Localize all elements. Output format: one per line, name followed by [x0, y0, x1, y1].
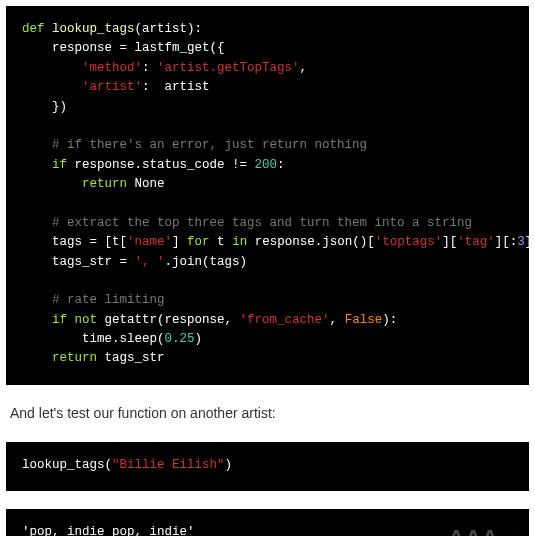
t: ][:: [495, 235, 518, 249]
t: ', ': [135, 255, 165, 269]
t: response.json()[: [247, 235, 375, 249]
t: getattr(response,: [97, 313, 240, 327]
t: [247, 158, 255, 172]
keyword-for: for: [187, 235, 210, 249]
keyword-not: not: [75, 313, 98, 327]
arg-string: "Billie Eilish": [112, 458, 225, 472]
t: :: [277, 158, 285, 172]
comment: # if there's an error, just return nothi…: [52, 138, 367, 152]
t: =: [90, 235, 98, 249]
t: 'name': [127, 235, 172, 249]
t: 'tag': [457, 235, 495, 249]
t: response: [52, 41, 120, 55]
func-name: lookup_tags: [52, 22, 135, 36]
number: 200: [255, 158, 278, 172]
code-block-lookup-tags: def lookup_tags(artist): response = last…: [6, 6, 529, 385]
t: 'toptags': [375, 235, 443, 249]
t: ]]: [525, 235, 529, 249]
func-call: lookup_tags: [22, 458, 105, 472]
keyword-return: return: [82, 177, 127, 191]
output-text: 'pop, indie pop, indie': [22, 525, 195, 536]
t: tags: [52, 235, 90, 249]
code-block-call: lookup_tags("Billie Eilish"): [6, 442, 529, 491]
t: ,: [330, 313, 345, 327]
t: ): [195, 332, 203, 346]
t: }): [52, 100, 67, 114]
prose-test-function: And let's test our function on another a…: [10, 403, 529, 424]
dict-val: 'artist.getTopTags': [157, 61, 300, 75]
t: (: [105, 458, 113, 472]
number: 0.25: [165, 332, 195, 346]
t: =: [120, 255, 128, 269]
t: .join(tags): [165, 255, 248, 269]
t: ): [225, 458, 233, 472]
t: !=: [232, 158, 247, 172]
t: ):: [382, 313, 397, 327]
t: tags_str: [52, 255, 120, 269]
dict-key: 'method': [82, 61, 142, 75]
t: artist: [165, 80, 210, 94]
t: tags_str: [97, 351, 165, 365]
watermark: AAA教育: [448, 521, 521, 536]
t: [t[: [97, 235, 127, 249]
keyword-return: return: [52, 351, 97, 365]
params: (artist):: [135, 22, 203, 36]
t: lastfm_get({: [127, 41, 225, 55]
comment: # rate limiting: [52, 293, 165, 307]
t: None: [127, 177, 165, 191]
t: =: [120, 41, 128, 55]
t: [67, 313, 75, 327]
t: ][: [442, 235, 457, 249]
keyword-in: in: [232, 235, 247, 249]
t: :: [142, 80, 165, 94]
keyword-def: def: [22, 22, 45, 36]
output-block: 'pop, indie pop, indie'AAA教育: [6, 509, 529, 536]
t: t: [210, 235, 233, 249]
comment: # extract the top three tags and turn th…: [52, 216, 472, 230]
t: response.status_code: [67, 158, 232, 172]
watermark-main: AAA: [448, 525, 499, 536]
keyword-if: if: [52, 313, 67, 327]
t: :: [142, 61, 157, 75]
t: 'from_cache': [240, 313, 330, 327]
number: 3: [517, 235, 525, 249]
keyword-if: if: [52, 158, 67, 172]
t: time.sleep(: [82, 332, 165, 346]
dict-key: 'artist': [82, 80, 142, 94]
t: ]: [172, 235, 187, 249]
t: [127, 255, 135, 269]
t: ,: [300, 61, 308, 75]
bool-false: False: [345, 313, 383, 327]
